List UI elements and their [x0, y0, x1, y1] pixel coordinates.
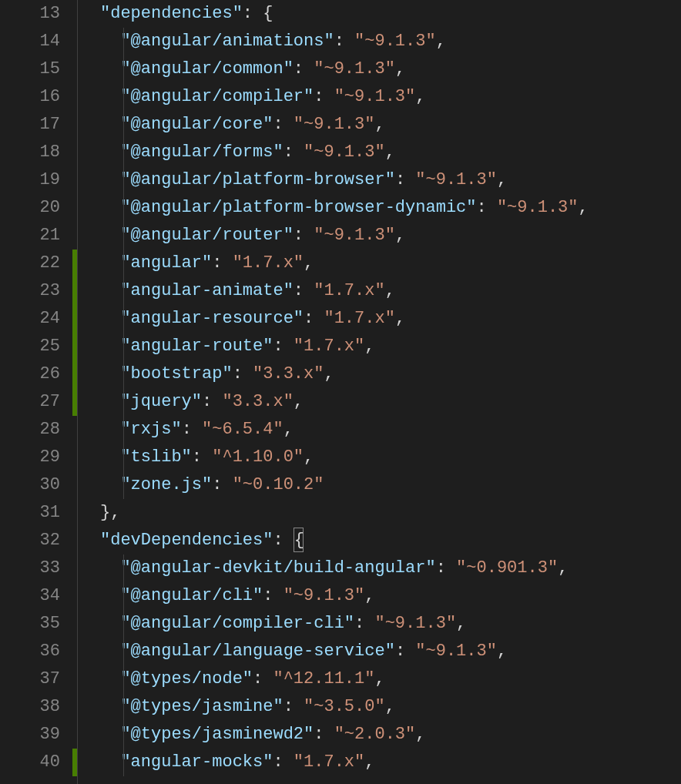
json-string: "~9.1.3" — [314, 59, 395, 79]
json-punct: : — [334, 32, 354, 51]
json-punct: : — [273, 115, 293, 134]
code-line[interactable]: "devDependencies": { — [100, 527, 681, 554]
json-punct: : — [233, 364, 253, 384]
code-line[interactable]: }, — [100, 499, 681, 527]
code-content[interactable]: "dependencies": { "@angular/animations":… — [100, 0, 681, 784]
json-string: "1.7.x" — [294, 337, 364, 356]
json-key: "@angular/core" — [120, 115, 273, 134]
code-line[interactable]: "angular-mocks": "1.7.x", — [100, 749, 681, 776]
json-punct: , — [497, 642, 507, 661]
json-string: "~9.1.3" — [294, 115, 375, 134]
json-punct: , — [415, 87, 425, 106]
code-line[interactable]: "@angular/core": "~9.1.3", — [100, 111, 681, 139]
json-string: "~9.1.3" — [354, 32, 436, 51]
line-number: 37 — [0, 665, 60, 693]
code-line[interactable]: "angular-resource": "1.7.x", — [100, 305, 681, 333]
json-key: "@angular/compiler-cli" — [120, 614, 354, 633]
code-line[interactable]: "@angular/compiler-cli": "~9.1.3", — [100, 610, 681, 638]
code-editor[interactable]: 1314151617181920212223242526272829303132… — [0, 0, 681, 784]
indent-guide-area — [77, 0, 100, 784]
json-punct: , — [374, 115, 384, 134]
line-number: 27 — [0, 388, 60, 416]
json-string: "~9.1.3" — [497, 198, 579, 217]
json-key: "tslib" — [120, 447, 191, 467]
json-string: "~9.1.3" — [374, 614, 456, 633]
line-number: 24 — [0, 305, 60, 333]
json-punct: , — [558, 558, 568, 578]
json-string: "1.7.x" — [324, 309, 394, 328]
json-punct: , — [395, 309, 405, 328]
json-string: "~6.5.4" — [202, 420, 283, 439]
code-line[interactable]: "jquery": "3.3.x", — [100, 388, 681, 416]
line-number-gutter: 1314151617181920212223242526272829303132… — [0, 0, 72, 784]
json-punct: , — [395, 226, 405, 245]
line-number: 23 — [0, 277, 60, 305]
code-line[interactable]: "@angular/forms": "~9.1.3", — [100, 139, 681, 166]
json-punct: , — [304, 253, 314, 273]
json-string: "~9.1.3" — [415, 170, 497, 189]
line-number: 38 — [0, 693, 60, 721]
code-line[interactable]: "@angular/animations": "~9.1.3", — [100, 28, 681, 55]
json-punct: : — [243, 4, 263, 23]
code-line[interactable]: "angular-route": "1.7.x", — [100, 333, 681, 360]
line-number: 26 — [0, 360, 60, 388]
code-line[interactable]: "@angular/cli": "~9.1.3", — [100, 582, 681, 610]
line-number: 30 — [0, 471, 60, 499]
json-key: "@angular/common" — [120, 59, 293, 79]
code-line[interactable]: "@types/jasmine": "~3.5.0", — [100, 693, 681, 721]
json-string: "3.3.x" — [222, 392, 293, 411]
json-key: "@types/jasmine" — [120, 697, 283, 716]
json-punct: , — [364, 752, 374, 772]
json-key: "@types/node" — [120, 669, 253, 689]
code-line[interactable]: "@angular/language-service": "~9.1.3", — [100, 638, 681, 665]
json-key: "zone.js" — [120, 475, 212, 494]
json-punct: : — [294, 59, 314, 79]
code-line[interactable]: "angular-animate": "1.7.x", — [100, 277, 681, 305]
code-line[interactable]: "zone.js": "~0.10.2" — [100, 471, 681, 499]
code-line[interactable]: "@angular/common": "~9.1.3", — [100, 55, 681, 83]
line-number: 19 — [0, 166, 60, 194]
json-string: "^12.11.1" — [273, 669, 374, 689]
json-string: "^1.10.0" — [212, 447, 304, 467]
json-key: "bootstrap" — [120, 364, 232, 384]
code-line[interactable]: "@angular-devkit/build-angular": "~0.901… — [100, 554, 681, 582]
json-punct: : — [182, 420, 202, 439]
code-line[interactable]: "dependencies": { — [100, 0, 681, 28]
json-punct: , — [110, 503, 120, 522]
code-line[interactable]: "@types/jasminewd2": "~2.0.3", — [100, 721, 681, 749]
json-punct: , — [415, 725, 425, 744]
code-line[interactable]: "@angular/router": "~9.1.3", — [100, 222, 681, 250]
json-punct: : — [212, 475, 232, 494]
code-line[interactable]: "@types/node": "^12.11.1", — [100, 665, 681, 693]
code-line[interactable]: "@angular/platform-browser": "~9.1.3", — [100, 166, 681, 194]
json-key: "@angular/forms" — [120, 142, 283, 162]
json-key: "dependencies" — [100, 4, 243, 23]
json-punct: : — [273, 337, 293, 356]
json-punct: , — [385, 281, 395, 300]
json-punct: : — [192, 447, 212, 467]
code-line[interactable]: "angular": "1.7.x", — [100, 250, 681, 277]
json-punct: , — [364, 337, 374, 356]
code-line[interactable]: "@angular/compiler": "~9.1.3", — [100, 83, 681, 111]
json-punct: , — [579, 198, 589, 217]
json-punct: , — [294, 392, 304, 411]
json-string: "~9.1.3" — [304, 142, 385, 162]
line-number: 35 — [0, 610, 60, 638]
json-key: "@angular/compiler" — [120, 87, 314, 106]
code-line[interactable]: "rxjs": "~6.5.4", — [100, 416, 681, 444]
indent-guide-1 — [77, 0, 78, 784]
code-line[interactable]: "bootstrap": "3.3.x", — [100, 360, 681, 388]
json-key: "angular-mocks" — [120, 752, 273, 772]
line-number: 21 — [0, 222, 60, 250]
json-punct: , — [497, 170, 507, 189]
json-punct: , — [456, 614, 466, 633]
code-line[interactable]: "@angular/platform-browser-dynamic": "~9… — [100, 194, 681, 222]
json-key: "@angular/animations" — [120, 32, 334, 51]
code-line[interactable]: "tslib": "^1.10.0", — [100, 444, 681, 471]
json-punct: : — [436, 558, 456, 578]
json-brace: } — [100, 503, 110, 522]
line-number: 34 — [0, 582, 60, 610]
json-key: "@angular/platform-browser" — [120, 170, 394, 189]
json-key: "angular-resource" — [120, 309, 304, 328]
json-key: "@angular-devkit/build-angular" — [120, 558, 435, 578]
